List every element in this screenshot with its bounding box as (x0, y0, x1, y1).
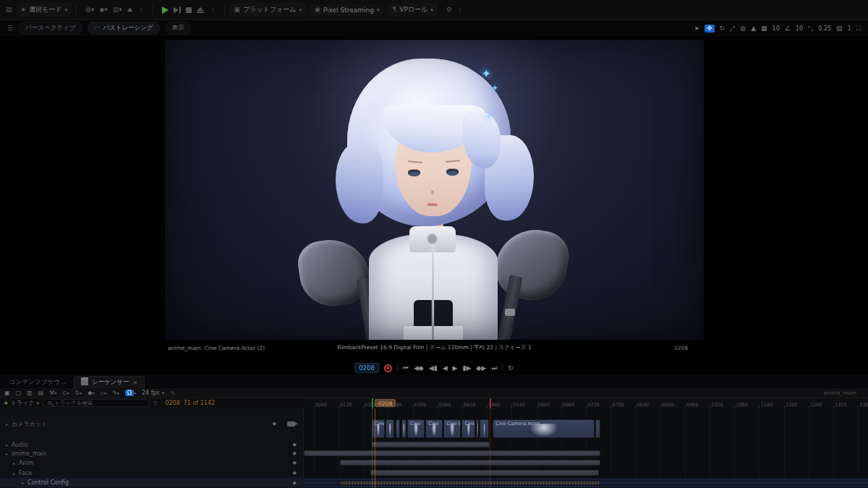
track-section-bar[interactable] (370, 470, 599, 476)
rotate-tool-icon[interactable]: ↻ (720, 25, 726, 32)
add-key-icon[interactable]: ◆ (293, 442, 297, 448)
platforms-dropdown[interactable]: ▣ プラットフォーム ▾ (229, 3, 306, 17)
previous-key-button[interactable]: ◀◆ (414, 365, 424, 372)
expander-icon[interactable]: ▸ (13, 461, 15, 466)
playhead-marker[interactable]: 0208 (375, 399, 396, 407)
filter-icon[interactable]: ▽ (153, 401, 157, 406)
rotation-snap-value[interactable]: 10 (796, 25, 803, 32)
camera-cut-clip[interactable] (401, 419, 407, 438)
sequencer-current-frame[interactable]: 0208 (165, 400, 179, 406)
show-dropdown[interactable]: 表示 (166, 22, 191, 35)
record-button[interactable] (384, 364, 392, 372)
track-row[interactable]: ▸Audio◆ (0, 440, 304, 449)
pen-icon[interactable]: ✎▾ (112, 390, 119, 396)
track-row[interactable]: ▸anime_main◆ (0, 449, 304, 458)
world-space-icon[interactable]: ◍ (740, 25, 746, 32)
rotation-snap-icon[interactable]: ∠ (785, 25, 791, 32)
camera-cut-clip[interactable] (396, 419, 401, 438)
playback-options-icon[interactable]: ◇▾ (62, 390, 69, 396)
track-row[interactable]: ▸Anim◆ (0, 458, 304, 467)
toolbar-overflow-icon[interactable]: ⋮ (137, 7, 144, 14)
blueprints-icon[interactable]: ◆▾ (99, 7, 107, 13)
camera-cut-clip[interactable] (480, 419, 489, 438)
camera-speed-value[interactable]: 1 (848, 25, 851, 32)
grid-snap-icon[interactable]: ▦ (761, 25, 767, 32)
camera-cut-clip[interactable]: Cine Camera Actor (493, 419, 595, 438)
step-forward-button[interactable]: ▮▶ (462, 365, 471, 372)
perspective-dropdown[interactable]: パースペクティブ (19, 22, 82, 35)
camera-cut-clip[interactable] (595, 419, 600, 438)
view-mode-dropdown[interactable]: ◠ パストレーシング (88, 22, 159, 35)
camera-cut-clip[interactable]: Cine C (443, 419, 461, 438)
viewport-options-icon[interactable]: ☰ (7, 25, 13, 32)
grid-snap-value[interactable]: 10 (773, 25, 780, 32)
render-movie-icon[interactable]: ▥ (27, 390, 33, 396)
find-in-content-browser-icon[interactable]: ▢ (16, 390, 22, 396)
snap-magnet-icon[interactable]: Ω (125, 390, 134, 396)
fps-dropdown[interactable]: 24 fps ▾ (142, 390, 164, 396)
tab-content-browser[interactable]: コンテンツブラウ... (3, 376, 72, 388)
save-sequence-icon[interactable]: ▣ (4, 390, 10, 396)
camera-preview[interactable]: ✦ ✦ ✦ (165, 40, 704, 340)
save-icon[interactable]: ▤ (6, 7, 12, 13)
scale-snap-icon[interactable]: ⤡ (808, 25, 813, 32)
track-row[interactable]: ▸カメラカット◆ (0, 418, 304, 429)
curve-editor-icon[interactable]: ∿ (170, 390, 175, 396)
playback-start-marker[interactable] (372, 398, 373, 408)
eject-button[interactable] (197, 7, 204, 13)
play-options-icon[interactable]: ⋮ (209, 7, 216, 14)
timeline-ruler[interactable]: 0060012001800240030003600420048005400600… (304, 398, 868, 408)
to-end-button[interactable]: ⏭ (491, 365, 497, 372)
track-row[interactable]: ▸Control Config◆ (0, 478, 304, 487)
camera-cut-clip[interactable]: Cine (372, 419, 385, 438)
vp-roles-dropdown[interactable]: ¶ VPロール ▾ (388, 3, 437, 17)
playhead-line[interactable] (375, 408, 375, 488)
add-actor-icon[interactable]: ◍▾ (85, 7, 94, 13)
camera-cut-clip[interactable]: Cine (407, 419, 425, 438)
scale-snap-value[interactable]: 0.25 (818, 25, 831, 32)
sequence-breadcrumb[interactable]: anime_main (823, 390, 856, 396)
tab-sequencer[interactable]: シーケンサー ✕ (74, 376, 145, 388)
step-back-button[interactable]: ◀▮ (429, 365, 438, 372)
camera-icon[interactable] (287, 421, 295, 427)
keying-options-icon[interactable]: ↻▾ (75, 390, 82, 396)
auto-key-icon[interactable]: ◆▾ (88, 390, 94, 396)
camera-cut-clip[interactable] (386, 419, 394, 438)
cinematics-icon[interactable]: ▥▾ (113, 7, 122, 13)
to-front-button[interactable]: ⏮ (403, 365, 409, 372)
add-key-icon[interactable]: ◆ (293, 450, 297, 456)
expander-icon[interactable]: ▸ (6, 451, 8, 456)
current-frame-field[interactable]: 0208 (354, 363, 379, 373)
expander-icon[interactable]: ▸ (13, 471, 15, 476)
create-camera-icon[interactable]: ▤ (38, 390, 44, 396)
expander-icon[interactable]: ▸ (22, 480, 24, 485)
move-tool-icon[interactable]: ✥ (705, 25, 715, 33)
pixel-streaming-dropdown[interactable]: ◉ Pixel Streaming ▾ (310, 4, 384, 16)
settings-icon[interactable]: ⚙ (446, 7, 452, 13)
actions-icon[interactable]: ⚒▾ (49, 390, 56, 396)
scale-tool-icon[interactable]: ⤢ (730, 25, 735, 32)
play-button[interactable] (162, 7, 169, 14)
select-tool-icon[interactable]: ➤ (694, 25, 699, 32)
frame-skip-button[interactable] (174, 7, 181, 13)
add-key-icon[interactable]: ◆ (293, 470, 297, 476)
settings-overflow-icon[interactable]: ⋮ (457, 7, 464, 14)
stop-button[interactable] (186, 7, 192, 13)
timeline-area[interactable]: CineCineCineCine CCineCine Camera Actor (304, 408, 868, 488)
expander-icon[interactable]: ▸ (6, 442, 8, 448)
surface-snap-icon[interactable]: ▲ (751, 25, 756, 32)
camera-speed-icon[interactable]: ▤ (836, 25, 843, 32)
landscape-icon[interactable]: ⛰ (127, 7, 133, 13)
select-mode-dropdown[interactable]: ➤ 選択モード ▾ (17, 3, 72, 17)
search-tracks-input[interactable]: トラックを検索 (43, 399, 150, 407)
add-track-button[interactable]: + トラック ▾ (4, 399, 39, 407)
maximize-icon[interactable]: ⛶ (856, 25, 861, 32)
add-key-icon[interactable]: ◆ (293, 460, 297, 466)
track-row[interactable]: ▸Face◆ (0, 468, 304, 477)
track-section-bar[interactable] (304, 450, 600, 456)
camera-cut-clip[interactable]: Cine (461, 419, 475, 438)
track-section-bar[interactable] (372, 442, 490, 448)
play-forward-button[interactable]: ▶ (453, 365, 458, 372)
camera-cut-clip[interactable]: Cine (425, 419, 443, 438)
keyframe-strip[interactable] (340, 481, 600, 485)
